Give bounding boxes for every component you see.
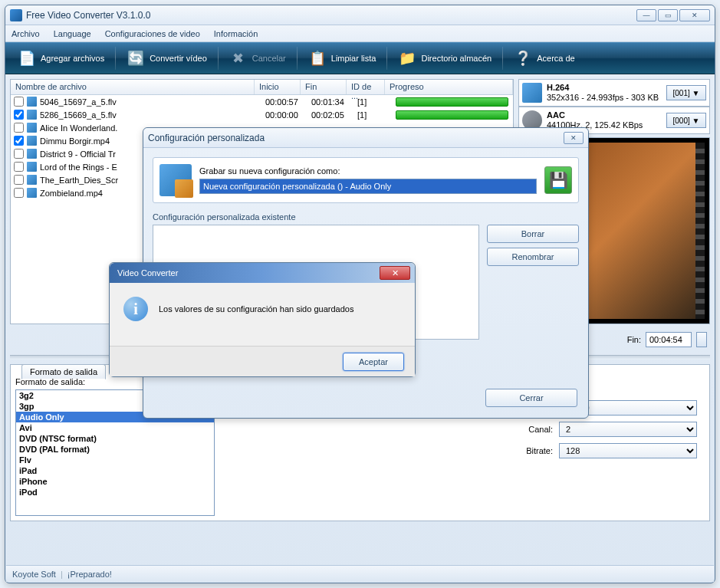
config-title: Configuración personalizada xyxy=(148,133,564,143)
save-button[interactable]: 💾 xyxy=(544,166,572,194)
menu-language[interactable]: Language xyxy=(54,29,91,38)
th-start[interactable]: Inicio xyxy=(255,80,301,94)
config-footer: Cerrar xyxy=(485,389,577,407)
msg-body: i Los valores de su configuración han si… xyxy=(110,283,415,335)
file-icon xyxy=(27,175,37,185)
about-button[interactable]: ❔Acerca de xyxy=(505,45,584,71)
existing-label: Configuración personalizada existente xyxy=(153,212,579,222)
msg-close-button[interactable]: ✕ xyxy=(380,266,410,280)
toolbar-separator xyxy=(386,47,387,70)
close-button[interactable]: ✕ xyxy=(679,9,710,21)
row-checkbox[interactable] xyxy=(14,136,24,146)
fin-input[interactable] xyxy=(646,332,692,347)
file-icon xyxy=(27,188,37,198)
file-progress xyxy=(396,97,513,107)
format-item[interactable]: Avi xyxy=(16,422,214,433)
help-icon: ❔ xyxy=(514,49,532,67)
menu-config[interactable]: Configuraciones de video xyxy=(105,29,200,38)
row-checkbox[interactable] xyxy=(14,123,24,133)
row-checkbox[interactable] xyxy=(14,110,24,120)
config-close-button[interactable]: ✕ xyxy=(564,132,584,144)
minimize-button[interactable]: — xyxy=(636,9,656,21)
menu-info[interactable]: Información xyxy=(214,29,258,38)
add-files-button[interactable]: 📄Agregar archivos xyxy=(8,45,113,71)
th-name[interactable]: Nombre de archivo xyxy=(11,80,255,94)
toolbar: 📄Agregar archivos 🔄Convertir vídeo ✖Canc… xyxy=(5,42,715,74)
maximize-button[interactable]: ▭ xyxy=(658,9,678,21)
table-header: Nombre de archivo Inicio Fin ID de ... P… xyxy=(11,80,513,95)
video-codec-name: H.264 xyxy=(547,83,662,93)
channel-select[interactable]: 2 xyxy=(559,422,697,437)
file-icon xyxy=(27,97,37,107)
row-checkbox[interactable] xyxy=(14,162,24,172)
file-icon xyxy=(27,110,37,120)
row-checkbox[interactable] xyxy=(14,149,24,159)
clear-label: Limpiar lista xyxy=(331,54,376,63)
format-item[interactable]: DVD (NTSC format) xyxy=(16,433,214,444)
file-progress xyxy=(396,110,513,120)
table-row[interactable]: 5046_15697_a_5.flv00:00:5700:01:34[1] xyxy=(11,95,513,108)
cancel-icon: ✖ xyxy=(229,49,248,67)
video-codec-icon xyxy=(522,83,542,103)
audio-codec-selector[interactable]: [000] ▼ xyxy=(666,113,706,128)
format-item[interactable]: iPad xyxy=(16,465,214,476)
msg-text: Los valores de su configuración han sido… xyxy=(159,304,353,314)
th-end[interactable]: Fin xyxy=(301,80,347,94)
video-codec-box: H.264 352x316 - 24.993fps - 303 KB [001]… xyxy=(518,79,710,107)
rename-button[interactable]: Renombrar xyxy=(487,248,579,266)
msg-footer: Aceptar xyxy=(110,346,415,376)
save-label: Grabar su nueva configuración como: xyxy=(199,166,537,176)
statusbar: Koyote Soft | ¡Preparado! xyxy=(6,565,714,582)
format-item[interactable]: iPod xyxy=(16,487,214,498)
row-checkbox[interactable] xyxy=(14,188,24,198)
bitrate-select[interactable]: 128 xyxy=(559,443,697,458)
window-controls: — ▭ ✕ xyxy=(636,9,710,21)
cancel-label: Cancelar xyxy=(252,54,286,63)
clear-icon: 📋 xyxy=(308,49,327,67)
format-item[interactable]: Flv xyxy=(16,455,214,465)
file-start: 00:00:57 xyxy=(265,97,311,107)
file-end: 00:01:34 xyxy=(311,97,357,107)
info-icon: i xyxy=(123,297,148,321)
toolbar-separator xyxy=(502,47,503,70)
config-titlebar: Configuración personalizada ✕ xyxy=(143,128,588,148)
file-end: 00:02:05 xyxy=(311,110,357,120)
th-id[interactable]: ID de ... xyxy=(347,80,385,94)
bitrate-row: Bitrate: 128 xyxy=(492,443,697,458)
table-row[interactable]: 5286_15669_a_5.flv00:00:0000:02:05[1] xyxy=(11,108,513,121)
video-codec-selector[interactable]: [001] ▼ xyxy=(666,85,706,100)
th-progress[interactable]: Progreso xyxy=(385,80,513,94)
box-icon xyxy=(159,164,192,196)
ok-button[interactable]: Aceptar xyxy=(343,353,404,371)
file-icon xyxy=(27,162,37,172)
convert-button[interactable]: 🔄Convertir vídeo xyxy=(117,45,216,71)
save-inner: Grabar su nueva configuración como: xyxy=(199,166,537,194)
save-box: Grabar su nueva configuración como: 💾 xyxy=(153,157,579,203)
format-item[interactable]: DVD (PAL format) xyxy=(16,444,214,455)
row-checkbox[interactable] xyxy=(14,175,24,185)
app-icon xyxy=(10,9,22,21)
bitrate-label: Bitrate: xyxy=(492,446,553,455)
menu-archivo[interactable]: Archivo xyxy=(12,29,40,38)
add-icon: 📄 xyxy=(18,49,36,67)
file-name: 5286_15669_a_5.flv xyxy=(40,110,265,120)
video-codec-info: H.264 352x316 - 24.993fps - 303 KB xyxy=(547,83,662,103)
status-brand: Koyote Soft xyxy=(12,570,56,579)
clear-list-button[interactable]: 📋Limpiar lista xyxy=(299,45,386,71)
config-close-btn[interactable]: Cerrar xyxy=(485,389,577,407)
fin-spinner[interactable] xyxy=(696,332,707,347)
channel-label: Canal: xyxy=(492,425,553,434)
format-item[interactable]: iPhone xyxy=(16,476,214,487)
save-name-input[interactable] xyxy=(199,179,537,194)
toolbar-separator xyxy=(297,47,298,70)
status-message: ¡Preparado! xyxy=(67,570,112,579)
message-dialog: Video Converter ✕ i Los valores de su co… xyxy=(109,262,416,377)
file-name: 5046_15697_a_5.flv xyxy=(40,97,265,107)
file-icon xyxy=(27,136,37,146)
delete-button[interactable]: Borrar xyxy=(487,225,579,243)
menubar: Archivo Language Configuraciones de vide… xyxy=(5,25,715,42)
folder-icon: 📁 xyxy=(398,49,416,67)
row-checkbox[interactable] xyxy=(14,97,24,107)
output-dir-button[interactable]: 📁Directorio almacén xyxy=(389,45,501,71)
about-label: Acerca de xyxy=(537,54,575,63)
